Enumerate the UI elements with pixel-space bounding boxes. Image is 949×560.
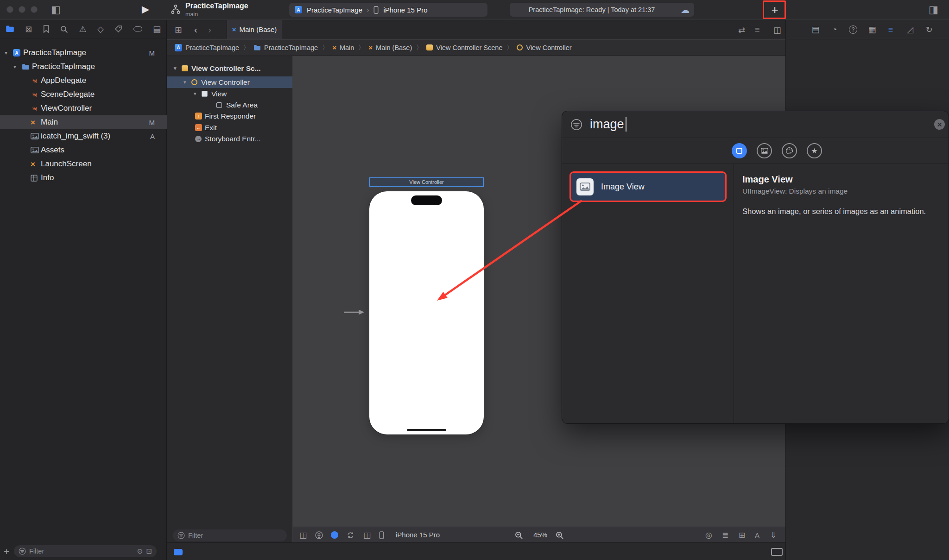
breakpoint-navigator-icon[interactable] xyxy=(133,26,142,31)
issue-navigator-icon[interactable]: ⚠ xyxy=(79,24,87,34)
source-control-navigator-icon[interactable]: ⊠ xyxy=(25,24,32,34)
library-tab-symbols[interactable]: ★ xyxy=(807,143,822,158)
attributes-inspector-icon[interactable]: ≡ xyxy=(885,20,896,39)
chevron-down-icon[interactable]: ▾ xyxy=(5,50,13,56)
chevron-down-icon[interactable]: ▾ xyxy=(174,65,182,71)
toggle-outline-icon[interactable]: ◫ xyxy=(299,527,307,543)
library-search-input[interactable]: image xyxy=(590,117,624,132)
view-controller-view[interactable] xyxy=(369,191,484,434)
outline-filter-field[interactable] xyxy=(173,529,287,541)
display-icon[interactable] xyxy=(771,548,783,556)
zoom-in-icon[interactable] xyxy=(555,527,564,543)
jumpbar-item-scene[interactable]: View Controller Scene xyxy=(426,44,502,51)
jumpbar-item-project[interactable]: A PracticeTapImage xyxy=(175,44,239,51)
tab-label: Main (Base) xyxy=(239,25,277,33)
jumpbar-item-group[interactable]: PracticeTapImage xyxy=(253,44,318,51)
identity-inspector-icon[interactable]: ▦ xyxy=(867,20,878,39)
tab-main-base[interactable]: × Main (Base) xyxy=(227,20,282,39)
zoom-window-button[interactable] xyxy=(31,6,38,13)
go-back-icon[interactable]: ‹ xyxy=(194,24,197,35)
test-navigator-icon[interactable]: ◇ xyxy=(97,24,104,34)
go-forward-icon[interactable]: › xyxy=(208,24,211,35)
run-button[interactable]: ▶ xyxy=(142,4,149,15)
outline-row-entry-point[interactable]: → Storyboard Entr... xyxy=(167,133,292,145)
navigator-row-file[interactable]: ViewController xyxy=(0,101,167,115)
clear-search-icon[interactable]: ✕ xyxy=(934,119,945,130)
scheme-selector[interactable]: A PracticeTapImage › iPhone 15 Pro xyxy=(289,3,487,17)
navigator-row-group[interactable]: ▾ PracticeTapImage xyxy=(0,60,167,74)
outline-row-scene[interactable]: ▾ View Controller Sc... xyxy=(167,63,292,74)
appearance-variant-icon[interactable] xyxy=(331,527,338,543)
report-navigator-icon[interactable]: ▤ xyxy=(153,24,161,34)
history-inspector-icon[interactable]: ◔ xyxy=(829,20,840,39)
media-library-icon xyxy=(761,148,768,154)
view-controller-titlebar[interactable]: View Controller xyxy=(369,177,484,187)
outline-row-safe-area[interactable]: Safe Area xyxy=(167,99,292,111)
zoom-level[interactable]: 45% xyxy=(530,531,550,539)
project-navigator-icon[interactable] xyxy=(6,25,14,33)
run-destination[interactable]: iPhone 15 Pro xyxy=(383,6,427,14)
chevron-down-icon[interactable]: ▾ xyxy=(183,79,191,85)
find-navigator-icon[interactable] xyxy=(60,25,68,33)
add-editor-icon[interactable]: ◫ xyxy=(773,25,781,35)
navigator-filter-field[interactable]: ⊙ ⊡ xyxy=(14,545,157,557)
device-icon[interactable] xyxy=(379,527,384,543)
storyboard-file-icon: × xyxy=(31,160,41,168)
close-window-button[interactable] xyxy=(6,6,13,13)
connections-inspector-icon[interactable]: ↻ xyxy=(924,20,935,39)
editor-grid-icon[interactable]: ⊞ xyxy=(175,25,182,35)
breakpoint-pill-icon[interactable] xyxy=(174,549,183,555)
activity-status[interactable]: PracticeTapImage: Ready | Today at 21:37… xyxy=(510,3,694,17)
safe-area-icon xyxy=(216,102,226,108)
toggle-navigator-icon[interactable]: ◧ xyxy=(51,4,61,16)
source-control-filter-icon[interactable]: ⊡ xyxy=(146,547,152,555)
library-tab-color[interactable] xyxy=(782,143,797,158)
zoom-out-icon[interactable] xyxy=(514,527,523,543)
library-tab-views[interactable] xyxy=(732,143,747,158)
navigator-row-info-plist[interactable]: Info xyxy=(0,171,167,185)
device-bar-label[interactable]: iPhone 15 Pro xyxy=(396,531,440,539)
quick-help-inspector-icon[interactable]: ? xyxy=(848,20,859,39)
jumpbar-item-main-base[interactable]: × Main (Base) xyxy=(368,44,412,51)
outline-row-first-responder[interactable]: ↑ First Responder xyxy=(167,110,292,122)
status-badge: M xyxy=(149,49,155,57)
library-search-field[interactable]: image ✕ xyxy=(562,111,949,138)
jumpbar-item-main[interactable]: × Main xyxy=(332,44,354,51)
orientation-icon[interactable] xyxy=(347,527,354,543)
minimize-window-button[interactable] xyxy=(19,6,25,13)
size-inspector-icon[interactable]: ◿ xyxy=(905,20,916,39)
library-tab-media[interactable] xyxy=(757,143,772,158)
add-constraints-icon[interactable]: A xyxy=(755,527,759,543)
navigator-row-launchscreen[interactable]: × LaunchScreen xyxy=(0,157,167,171)
chevron-down-icon[interactable]: ▾ xyxy=(13,63,22,70)
navigator-row-file[interactable]: SceneDelegate xyxy=(0,88,167,101)
recent-files-icon[interactable]: ⊙ xyxy=(137,547,143,555)
jumpbar-item-view-controller[interactable]: View Controller xyxy=(517,44,571,51)
library-result-image-view[interactable]: Image View xyxy=(569,171,727,202)
adjust-editor-icon[interactable]: ≡ xyxy=(755,25,760,35)
navigator-row-assets[interactable]: Assets xyxy=(0,143,167,157)
debug-navigator-icon[interactable] xyxy=(114,25,122,33)
resolve-layout-icon[interactable]: ⇓ xyxy=(770,527,777,543)
outline-row-exit[interactable]: ← Exit xyxy=(167,122,292,133)
navigator-row-image[interactable]: icatch_img_swift (3) A xyxy=(0,129,167,143)
split-view-icon[interactable]: ◫ xyxy=(363,527,371,543)
outline-row-view-controller[interactable]: ▾ View Controller xyxy=(167,76,292,88)
chevron-down-icon[interactable]: ▾ xyxy=(194,91,202,97)
bookmark-navigator-icon[interactable] xyxy=(43,25,49,33)
outline-filter-input[interactable] xyxy=(188,532,282,539)
navigator-filter-input[interactable] xyxy=(29,547,134,555)
scheme-name[interactable]: PracticeTapImage xyxy=(307,6,362,14)
file-inspector-icon[interactable]: ▤ xyxy=(810,20,821,39)
navigator-row-file[interactable]: AppDelegate xyxy=(0,74,167,88)
align-icon[interactable]: ⊞ xyxy=(739,527,745,543)
outline-row-view[interactable]: ▾ View xyxy=(167,88,292,100)
navigator-row-main-storyboard[interactable]: × Main M xyxy=(0,115,167,129)
toggle-inspector-icon[interactable]: ◨ xyxy=(929,4,938,16)
navigator-row-project-root[interactable]: ▾ A PracticeTapImage M xyxy=(0,46,167,60)
add-file-button[interactable]: + xyxy=(4,546,9,557)
focus-mode-icon[interactable]: ◎ xyxy=(705,527,712,543)
related-items-icon[interactable]: ⇄ xyxy=(738,25,745,35)
accessibility-icon[interactable] xyxy=(315,527,323,543)
embed-in-stack-icon[interactable]: ≣ xyxy=(722,527,728,543)
